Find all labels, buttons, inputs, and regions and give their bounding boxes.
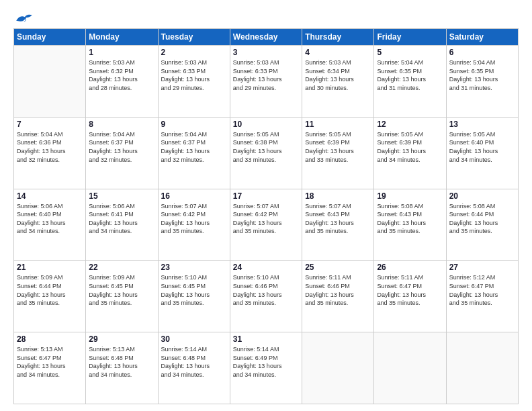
calendar-cell bbox=[446, 332, 518, 404]
day-info: Sunrise: 5:13 AM Sunset: 6:47 PM Dayligh… bbox=[17, 345, 83, 379]
calendar-cell: 5Sunrise: 5:04 AM Sunset: 6:35 PM Daylig… bbox=[374, 46, 446, 118]
day-info: Sunrise: 5:05 AM Sunset: 6:39 PM Dayligh… bbox=[305, 130, 371, 164]
day-info: Sunrise: 5:04 AM Sunset: 6:37 PM Dayligh… bbox=[161, 130, 227, 164]
calendar-cell: 28Sunrise: 5:13 AM Sunset: 6:47 PM Dayli… bbox=[14, 332, 86, 404]
day-number: 26 bbox=[377, 263, 443, 272]
calendar-cell: 27Sunrise: 5:12 AM Sunset: 6:47 PM Dayli… bbox=[446, 261, 518, 332]
week-row-4: 21Sunrise: 5:09 AM Sunset: 6:44 PM Dayli… bbox=[14, 261, 519, 332]
day-info: Sunrise: 5:03 AM Sunset: 6:33 PM Dayligh… bbox=[233, 58, 299, 92]
day-number: 10 bbox=[233, 120, 299, 129]
day-info: Sunrise: 5:04 AM Sunset: 6:35 PM Dayligh… bbox=[377, 58, 443, 92]
day-info: Sunrise: 5:11 AM Sunset: 6:46 PM Dayligh… bbox=[305, 273, 371, 307]
day-info: Sunrise: 5:13 AM Sunset: 6:48 PM Dayligh… bbox=[89, 345, 154, 379]
calendar-cell: 20Sunrise: 5:08 AM Sunset: 6:44 PM Dayli… bbox=[446, 189, 518, 261]
calendar-cell: 2Sunrise: 5:03 AM Sunset: 6:33 PM Daylig… bbox=[158, 46, 230, 118]
calendar-cell: 17Sunrise: 5:07 AM Sunset: 6:42 PM Dayli… bbox=[230, 189, 302, 261]
day-info: Sunrise: 5:06 AM Sunset: 6:40 PM Dayligh… bbox=[17, 202, 83, 236]
day-number: 11 bbox=[305, 120, 371, 129]
calendar-cell: 3Sunrise: 5:03 AM Sunset: 6:33 PM Daylig… bbox=[230, 46, 302, 118]
calendar-cell bbox=[14, 46, 86, 118]
weekday-header-sunday: Sunday bbox=[14, 29, 86, 46]
day-info: Sunrise: 5:03 AM Sunset: 6:33 PM Dayligh… bbox=[161, 58, 227, 92]
day-info: Sunrise: 5:04 AM Sunset: 6:35 PM Dayligh… bbox=[449, 58, 515, 92]
day-number: 29 bbox=[89, 334, 154, 344]
calendar-cell bbox=[302, 332, 374, 404]
day-info: Sunrise: 5:05 AM Sunset: 6:39 PM Dayligh… bbox=[377, 130, 443, 164]
day-number: 20 bbox=[449, 191, 515, 201]
day-info: Sunrise: 5:03 AM Sunset: 6:32 PM Dayligh… bbox=[89, 58, 154, 92]
day-number: 25 bbox=[305, 263, 371, 272]
day-number: 14 bbox=[17, 191, 83, 201]
day-info: Sunrise: 5:08 AM Sunset: 6:43 PM Dayligh… bbox=[377, 202, 443, 236]
day-number: 23 bbox=[161, 263, 227, 272]
day-info: Sunrise: 5:14 AM Sunset: 6:49 PM Dayligh… bbox=[233, 345, 299, 379]
calendar-cell: 13Sunrise: 5:05 AM Sunset: 6:40 PM Dayli… bbox=[446, 117, 518, 189]
calendar-cell: 6Sunrise: 5:04 AM Sunset: 6:35 PM Daylig… bbox=[446, 46, 518, 118]
day-number: 6 bbox=[449, 48, 515, 57]
calendar-cell: 1Sunrise: 5:03 AM Sunset: 6:32 PM Daylig… bbox=[86, 46, 158, 118]
calendar-cell: 23Sunrise: 5:10 AM Sunset: 6:45 PM Dayli… bbox=[158, 261, 230, 332]
weekday-header-thursday: Thursday bbox=[302, 29, 374, 46]
weekday-header-saturday: Saturday bbox=[446, 29, 518, 46]
day-info: Sunrise: 5:05 AM Sunset: 6:38 PM Dayligh… bbox=[233, 130, 299, 164]
day-number: 22 bbox=[89, 263, 154, 272]
calendar-cell: 21Sunrise: 5:09 AM Sunset: 6:44 PM Dayli… bbox=[14, 261, 86, 332]
calendar-cell: 31Sunrise: 5:14 AM Sunset: 6:49 PM Dayli… bbox=[230, 332, 302, 404]
calendar-cell bbox=[374, 332, 446, 404]
calendar-cell: 7Sunrise: 5:04 AM Sunset: 6:36 PM Daylig… bbox=[14, 117, 86, 189]
header bbox=[13, 12, 519, 23]
day-number: 17 bbox=[233, 191, 299, 201]
day-number: 30 bbox=[161, 334, 227, 344]
week-row-3: 14Sunrise: 5:06 AM Sunset: 6:40 PM Dayli… bbox=[14, 189, 519, 261]
day-info: Sunrise: 5:04 AM Sunset: 6:36 PM Dayligh… bbox=[17, 130, 83, 164]
day-number: 8 bbox=[89, 120, 154, 129]
day-number: 31 bbox=[233, 334, 299, 344]
day-info: Sunrise: 5:10 AM Sunset: 6:46 PM Dayligh… bbox=[233, 273, 299, 307]
calendar-cell: 30Sunrise: 5:14 AM Sunset: 6:48 PM Dayli… bbox=[158, 332, 230, 404]
calendar-cell: 12Sunrise: 5:05 AM Sunset: 6:39 PM Dayli… bbox=[374, 117, 446, 189]
page: SundayMondayTuesdayWednesdayThursdayFrid… bbox=[0, 0, 532, 411]
calendar-cell: 16Sunrise: 5:07 AM Sunset: 6:42 PM Dayli… bbox=[158, 189, 230, 261]
calendar-body: 1Sunrise: 5:03 AM Sunset: 6:32 PM Daylig… bbox=[14, 46, 519, 404]
day-number: 1 bbox=[89, 48, 154, 57]
week-row-5: 28Sunrise: 5:13 AM Sunset: 6:47 PM Dayli… bbox=[14, 332, 519, 404]
day-info: Sunrise: 5:09 AM Sunset: 6:45 PM Dayligh… bbox=[89, 273, 154, 307]
day-info: Sunrise: 5:06 AM Sunset: 6:41 PM Dayligh… bbox=[89, 202, 154, 236]
day-info: Sunrise: 5:10 AM Sunset: 6:45 PM Dayligh… bbox=[161, 273, 227, 307]
day-number: 15 bbox=[89, 191, 154, 201]
weekday-header-friday: Friday bbox=[374, 29, 446, 46]
day-number: 28 bbox=[17, 334, 83, 344]
calendar-cell: 22Sunrise: 5:09 AM Sunset: 6:45 PM Dayli… bbox=[86, 261, 158, 332]
calendar-cell: 25Sunrise: 5:11 AM Sunset: 6:46 PM Dayli… bbox=[302, 261, 374, 332]
day-info: Sunrise: 5:03 AM Sunset: 6:34 PM Dayligh… bbox=[305, 58, 371, 92]
day-info: Sunrise: 5:14 AM Sunset: 6:48 PM Dayligh… bbox=[161, 345, 227, 379]
calendar-cell: 15Sunrise: 5:06 AM Sunset: 6:41 PM Dayli… bbox=[86, 189, 158, 261]
weekday-header-wednesday: Wednesday bbox=[230, 29, 302, 46]
day-number: 16 bbox=[161, 191, 227, 201]
day-number: 13 bbox=[449, 120, 515, 129]
weekday-header-row: SundayMondayTuesdayWednesdayThursdayFrid… bbox=[14, 29, 519, 46]
day-number: 24 bbox=[233, 263, 299, 272]
logo-bird-icon bbox=[15, 12, 34, 26]
week-row-2: 7Sunrise: 5:04 AM Sunset: 6:36 PM Daylig… bbox=[14, 117, 519, 189]
weekday-header-monday: Monday bbox=[86, 29, 158, 46]
day-number: 18 bbox=[305, 191, 371, 201]
day-info: Sunrise: 5:04 AM Sunset: 6:37 PM Dayligh… bbox=[89, 130, 154, 164]
calendar-cell: 18Sunrise: 5:07 AM Sunset: 6:43 PM Dayli… bbox=[302, 189, 374, 261]
calendar-cell: 8Sunrise: 5:04 AM Sunset: 6:37 PM Daylig… bbox=[86, 117, 158, 189]
day-number: 27 bbox=[449, 263, 515, 272]
calendar-cell: 29Sunrise: 5:13 AM Sunset: 6:48 PM Dayli… bbox=[86, 332, 158, 404]
calendar-cell: 14Sunrise: 5:06 AM Sunset: 6:40 PM Dayli… bbox=[14, 189, 86, 261]
day-info: Sunrise: 5:12 AM Sunset: 6:47 PM Dayligh… bbox=[449, 273, 515, 307]
day-info: Sunrise: 5:05 AM Sunset: 6:40 PM Dayligh… bbox=[449, 130, 515, 164]
day-number: 19 bbox=[377, 191, 443, 201]
calendar-cell: 26Sunrise: 5:11 AM Sunset: 6:47 PM Dayli… bbox=[374, 261, 446, 332]
day-info: Sunrise: 5:09 AM Sunset: 6:44 PM Dayligh… bbox=[17, 273, 83, 307]
day-number: 2 bbox=[161, 48, 227, 57]
day-info: Sunrise: 5:07 AM Sunset: 6:43 PM Dayligh… bbox=[305, 202, 371, 236]
day-number: 7 bbox=[17, 120, 83, 129]
day-info: Sunrise: 5:08 AM Sunset: 6:44 PM Dayligh… bbox=[449, 202, 515, 236]
day-number: 3 bbox=[233, 48, 299, 57]
calendar-cell: 10Sunrise: 5:05 AM Sunset: 6:38 PM Dayli… bbox=[230, 117, 302, 189]
day-number: 5 bbox=[377, 48, 443, 57]
